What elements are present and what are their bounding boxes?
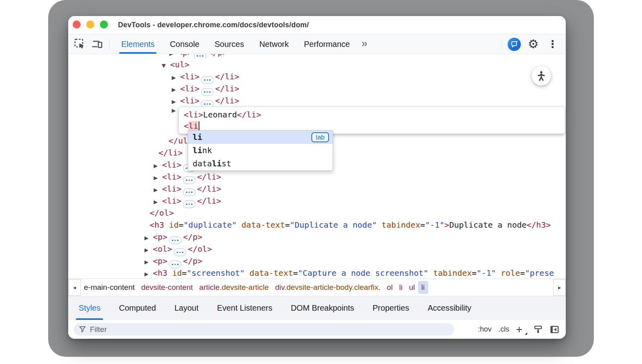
disclosure-arrow-collapsed-icon[interactable]: ▶ xyxy=(169,54,178,59)
code-token-plain: Leonard xyxy=(203,110,237,119)
styles-filter-row: :hov .cls + xyxy=(68,320,566,339)
tab-layout[interactable]: Layout xyxy=(165,296,208,320)
ai-assistant-icon[interactable] xyxy=(508,38,521,51)
tab-event-listeners[interactable]: Event Listeners xyxy=(208,296,282,320)
kebab-menu-icon[interactable]: ⋮ xyxy=(546,37,559,51)
filter-field[interactable] xyxy=(74,323,454,336)
code-token-hl: li xyxy=(189,121,198,131)
breadcrumb-item[interactable]: ol xyxy=(384,281,396,294)
code-token-tag: < xyxy=(184,121,189,131)
tab-styles[interactable]: Styles xyxy=(69,296,110,320)
inspect-element-icon[interactable] xyxy=(73,37,87,51)
tab-computed[interactable]: Computed xyxy=(110,296,165,320)
code-token-tag: <li> xyxy=(180,84,199,93)
dom-tree-row[interactable]: ▶<h3 id="screenshot" data-text="Capture … xyxy=(68,267,566,279)
autocomplete-dropdown: litablinkdatalist xyxy=(188,130,333,171)
code-token-tag: > xyxy=(445,220,449,230)
equals-sign: = xyxy=(520,268,525,278)
dom-tree-row[interactable]: ▶<li></li> xyxy=(68,195,566,207)
code-token-tag: </li> xyxy=(215,84,239,93)
disclosure-arrow-collapsed-icon[interactable]: ▶ xyxy=(172,96,180,108)
element-classes-button[interactable]: .cls xyxy=(498,325,509,334)
disclosure-arrow-collapsed-icon[interactable]: ▶ xyxy=(172,84,180,96)
device-toolbar-icon[interactable] xyxy=(91,37,104,51)
disclosure-arrow-collapsed-icon[interactable]: ▶ xyxy=(144,256,153,268)
code-token-plain xyxy=(428,268,433,278)
zoom-button[interactable] xyxy=(100,20,108,28)
dom-tree-row[interactable]: ▶<li></li> xyxy=(68,83,566,95)
accessibility-person-icon xyxy=(536,70,547,81)
breadcrumb-part: div xyxy=(275,283,284,291)
breadcrumb-item[interactable]: devsite-content xyxy=(138,281,196,294)
code-token-tag: <li> xyxy=(162,160,181,170)
tab-performance[interactable]: Performance xyxy=(297,34,358,54)
text-cursor xyxy=(199,121,199,130)
breadcrumb-item[interactable]: e-main-content xyxy=(81,281,138,294)
code-token-tag: </ol> xyxy=(188,244,212,254)
dom-tree-row[interactable]: ▶<ol></ol> xyxy=(68,243,566,255)
rendering-brush-button[interactable] xyxy=(533,325,543,334)
accessibility-overlay-button[interactable] xyxy=(532,66,551,85)
autocomplete-suggestion[interactable]: litab xyxy=(188,131,333,144)
disclosure-arrow-collapsed-icon[interactable]: ▶ xyxy=(144,268,153,279)
breadcrumb-scroll-right[interactable]: ▸ xyxy=(553,279,566,296)
dom-tree-row[interactable]: <h3 id="duplicate" data-text="Duplicate … xyxy=(68,219,566,231)
autocomplete-suggestion[interactable]: link xyxy=(188,144,333,157)
tab-dom-breakpoints[interactable]: DOM Breakpoints xyxy=(282,296,364,320)
dom-tree-row[interactable]: ▶<p></p> xyxy=(68,54,566,59)
minimize-button[interactable] xyxy=(86,20,94,28)
more-tabs-button[interactable]: » xyxy=(358,37,371,50)
dom-tree-row[interactable]: ▶<p></p> xyxy=(68,231,566,243)
breadcrumb-part: li xyxy=(399,283,402,291)
disclosure-arrow-collapsed-icon[interactable]: ▶ xyxy=(154,196,162,208)
filter-funnel-icon xyxy=(79,326,86,333)
settings-gear-icon[interactable]: ⚙ xyxy=(526,37,540,51)
dom-tree-row[interactable]: ▶<li></li> xyxy=(68,95,566,107)
disclosure-arrow-collapsed-icon[interactable]: ▶ xyxy=(172,72,180,84)
code-token-tag: </li> xyxy=(237,110,261,119)
dom-tree-row[interactable]: </ol> xyxy=(68,207,566,219)
pseudo-state-button[interactable]: :hov xyxy=(478,325,492,334)
new-style-rule-button[interactable]: + xyxy=(516,326,526,334)
disclosure-arrow-collapsed-icon[interactable]: ▶ xyxy=(154,160,162,172)
tab-properties[interactable]: Properties xyxy=(364,296,419,320)
edit-box-line: <li>Leonard</li> xyxy=(184,109,560,120)
disclosure-arrow-collapsed-icon[interactable]: ▶ xyxy=(154,184,162,196)
disclosure-arrow-collapsed-icon[interactable]: ▶ xyxy=(154,172,162,184)
ellipsis-expand-button[interactable] xyxy=(183,200,195,208)
dom-tree-row[interactable]: ▶<li></li> xyxy=(68,71,566,83)
breadcrumb-item[interactable]: li xyxy=(418,281,428,294)
breadcrumb-item[interactable]: article.devsite-article xyxy=(196,281,272,294)
toolbar-divider xyxy=(109,38,110,50)
toggle-sidebar-button[interactable] xyxy=(550,325,559,334)
dom-tree-row[interactable]: ▼<ul> xyxy=(68,59,566,71)
breadcrumb-item[interactable]: li xyxy=(396,281,406,294)
tab-console[interactable]: Console xyxy=(162,34,207,54)
disclosure-arrow-collapsed-icon[interactable]: ▶ xyxy=(144,232,153,244)
disclosure-arrow-collapsed-icon[interactable]: ▶ xyxy=(144,244,153,256)
tab-elements[interactable]: Elements xyxy=(114,34,162,54)
tab-accessibility[interactable]: Accessibility xyxy=(419,296,481,320)
breadcrumb-item[interactable]: div.devsite-article-body.clearfix. xyxy=(272,281,384,294)
code-token-attr: tabindex xyxy=(433,268,471,278)
disclosure-arrow-expanded-icon[interactable]: ▼ xyxy=(162,60,170,72)
close-button[interactable] xyxy=(73,20,81,28)
edit-as-html-box[interactable]: <li>Leonard</li><li xyxy=(179,107,565,134)
code-token-tag: </li> xyxy=(197,184,221,194)
code-token-tag: <p> xyxy=(153,232,167,242)
dom-tree-row[interactable]: ▶<li></li> xyxy=(68,171,566,183)
dom-tree-row[interactable]: ▶<p></p> xyxy=(68,255,566,267)
tab-sources[interactable]: Sources xyxy=(207,34,252,54)
dom-tree-row[interactable]: ▶<li></li> xyxy=(68,183,566,195)
code-token-tag: </li> xyxy=(197,172,221,182)
filter-input[interactable] xyxy=(90,325,435,334)
tab-network[interactable]: Network xyxy=(252,34,296,54)
breadcrumb-item[interactable]: ul xyxy=(406,281,418,294)
breadcrumb-scroll-left[interactable]: ◂ xyxy=(68,279,81,296)
code-token-val: "prese xyxy=(525,268,554,278)
ellipsis-expand-button[interactable] xyxy=(194,54,206,59)
equals-sign: = xyxy=(182,268,187,278)
code-token-tag: <ul> xyxy=(170,60,189,69)
autocomplete-suggestion[interactable]: datalist xyxy=(188,157,333,170)
code-token-tag: <li> xyxy=(162,196,181,206)
